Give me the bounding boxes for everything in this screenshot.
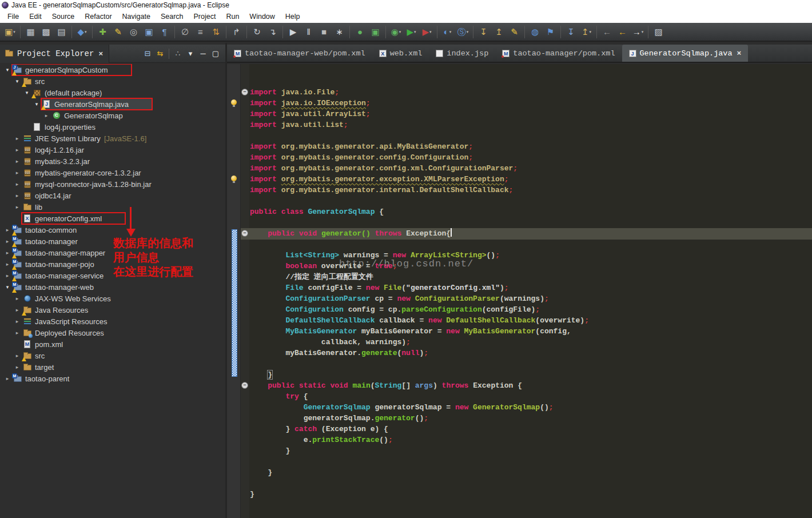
editor-tab-taotao-manager-pom-xml[interactable]: Mtaotao-manager/pom.xml <box>495 45 622 62</box>
editor-tab-taotao-manager-web-pom-xml[interactable]: Mtaotao-manager-web/pom.xml <box>227 45 372 62</box>
chevron-right-icon[interactable]: ▸ <box>3 261 11 267</box>
tree-item-jax-ws-web-services[interactable]: ▸JAX-WS Web Services <box>0 293 225 304</box>
show-whitespace-button[interactable]: ¶ <box>157 25 172 39</box>
tree-item-taotao-manager-service[interactable]: ▸Mtaotao-manager-service <box>0 270 225 281</box>
close-icon[interactable]: × <box>98 49 103 58</box>
warning-lightbulb-icon[interactable] <box>230 176 237 182</box>
chevron-right-icon[interactable]: ▸ <box>42 113 50 118</box>
run-last-tool-button[interactable]: ↱ <box>229 25 244 39</box>
save-button[interactable]: ▦ <box>23 25 38 39</box>
tree-item-default-package[interactable]: ▾(default package) <box>0 87 225 98</box>
tree-item-generatorconfig-xml[interactable]: XgeneratorConfig.xml <box>0 213 225 224</box>
menu-edit[interactable]: Edit <box>24 11 47 22</box>
chevron-right-icon[interactable]: ▸ <box>13 353 21 358</box>
tree-item-jre-system-library[interactable]: ▸JRE System Library[JavaSE-1.6] <box>0 133 225 144</box>
sort-members-button[interactable]: ⇅ <box>209 25 223 39</box>
coverage-button[interactable]: ● <box>353 25 367 39</box>
chevron-right-icon[interactable]: ▸ <box>13 170 21 176</box>
tree-item-deployed-resources[interactable]: ▸Deployed Resources <box>0 327 225 338</box>
chevron-right-icon[interactable]: ▸ <box>13 147 21 153</box>
redo-drop-button[interactable]: ↴ <box>265 25 280 39</box>
team-users-button[interactable]: ◎ <box>126 25 141 39</box>
fold-collapse-icon[interactable]: − <box>241 230 248 237</box>
tree-item-pom-xml[interactable]: Mpom.xml <box>0 338 225 350</box>
next-annotation-button[interactable]: ↧ <box>564 25 578 39</box>
menu-run[interactable]: Run <box>221 11 244 22</box>
export-button[interactable]: ↥ <box>492 25 506 39</box>
back-disabled-button[interactable]: ← <box>600 25 614 39</box>
save-all-button[interactable]: ▩ <box>39 25 53 39</box>
new-servlet-button[interactable]: ✚ <box>95 25 110 39</box>
tree-item-lib[interactable]: ▸lib <box>0 201 225 213</box>
chevron-right-icon[interactable]: ▸ <box>13 136 21 141</box>
tree-item-javascript-resources[interactable]: ▸JavaScript Resources <box>0 316 225 327</box>
annotate-button[interactable]: ✎ <box>507 25 522 39</box>
chevron-right-icon[interactable]: ▸ <box>13 158 21 164</box>
tree-item-log4j-properties[interactable]: log4j.properties <box>0 121 225 133</box>
new-wizard-button[interactable]: ▣▾ <box>3 25 17 39</box>
menu-source[interactable]: Source <box>47 11 80 22</box>
chevron-right-icon[interactable]: ▸ <box>3 227 11 233</box>
menu-search[interactable]: Search <box>156 11 189 22</box>
terminate-button[interactable]: ■ <box>317 25 331 39</box>
chevron-right-icon[interactable]: ▸ <box>13 364 21 370</box>
tree-item-java-resources[interactable]: ▸Java Resources <box>0 304 225 316</box>
menu-file[interactable]: File <box>2 11 24 22</box>
link-with-editor-button[interactable]: ⇆ <box>154 47 166 60</box>
menu-navigate[interactable]: Navigate <box>117 11 156 22</box>
tree-item-src[interactable]: ▸src <box>0 350 225 361</box>
maximize-button[interactable]: ▢ <box>209 47 222 60</box>
chevron-down-icon[interactable]: ▾ <box>33 101 41 107</box>
chevron-right-icon[interactable]: ▸ <box>13 296 21 301</box>
tree-item-taotao-manager-mapper[interactable]: ▸Mtaotao-manager-mapper <box>0 247 225 258</box>
pin-editor-button[interactable]: ▨ <box>651 25 666 39</box>
chevron-right-icon[interactable]: ▸ <box>13 318 21 324</box>
tree-item-mybatis-generator-core-1-3-2-jar[interactable]: ▸mybatis-generator-core-1.3.2.jar <box>0 167 225 178</box>
forward-button[interactable]: →▾ <box>631 25 645 39</box>
editor-tab-generatorsqlmap-java[interactable]: JGeneratorSqlmap.java× <box>622 45 749 62</box>
chevron-right-icon[interactable]: ▸ <box>3 376 11 381</box>
chevron-down-icon[interactable]: ▾ <box>3 67 11 73</box>
record-preferences-button[interactable]: ◆▾ <box>75 25 89 39</box>
warning-lightbulb-icon[interactable] <box>230 99 237 106</box>
show-selected-element-button[interactable]: ≡ <box>193 25 208 39</box>
open-task-button[interactable]: ✎ <box>111 25 125 39</box>
tree-item-mybatis-3-2-3-jar[interactable]: ▸mybatis-3.2.3.jar <box>0 156 225 167</box>
tree-item-generatorsqlmapcustom[interactable]: ▾JgeneratorSqlmapCustom <box>0 64 225 75</box>
new-web-service-button[interactable]: ◐▾ <box>440 25 455 39</box>
code-text[interactable]: import java.io.File;import java.io.IOExc… <box>250 64 589 500</box>
mark-occurrences-off-button[interactable]: ∅ <box>178 25 192 39</box>
tree-item-taotao-parent[interactable]: ▸Mtaotao-parent <box>0 373 225 384</box>
tree-item-src[interactable]: ▾src <box>0 75 225 87</box>
editor-tab-index-jsp[interactable]: index.jsp <box>429 45 495 62</box>
run-box-button[interactable]: ▣ <box>368 25 383 39</box>
import-button[interactable]: ↧ <box>476 25 491 39</box>
chevron-right-icon[interactable]: ▸ <box>13 307 21 313</box>
java-ee-service-button[interactable]: Ⓢ▾ <box>456 25 470 39</box>
tree-item-generatorsqlmap-java[interactable]: ▾JGeneratorSqlmap.java <box>0 98 225 110</box>
new-class-button[interactable]: ▣ <box>142 25 156 39</box>
tree-item-taotao-manager-pojo[interactable]: ▸Mtaotao-manager-pojo <box>0 258 225 270</box>
tree-item-taotao-manager-web[interactable]: ▾Mtaotao-manager-web <box>0 281 225 293</box>
dropdown-button[interactable]: ▾ <box>184 47 197 60</box>
chevron-right-icon[interactable]: ▸ <box>3 273 11 278</box>
code-editor[interactable]: import java.io.File;import java.io.IOExc… <box>227 64 812 518</box>
minimize-button[interactable]: ─ <box>197 47 209 60</box>
menu-project[interactable]: Project <box>189 11 221 22</box>
tree-item-ojdbc14-jar[interactable]: ▸ojdbc14.jar <box>0 190 225 201</box>
previous-annotation-button[interactable]: ↥▾ <box>579 25 594 39</box>
web-search-button[interactable]: ◍ <box>528 25 542 39</box>
chevron-right-icon[interactable]: ▸ <box>13 330 21 336</box>
chevron-right-icon[interactable]: ▸ <box>3 238 11 244</box>
resume-button[interactable]: ▶ <box>286 25 300 39</box>
user-navigate-button[interactable]: ⚑ <box>543 25 558 39</box>
last-edit-location-button[interactable]: ← <box>615 25 630 39</box>
chevron-right-icon[interactable]: ▸ <box>3 250 11 256</box>
chevron-down-icon[interactable]: ▾ <box>3 284 11 290</box>
suspend-button[interactable]: ‖ <box>301 25 316 39</box>
tree-item-target[interactable]: ▸target <box>0 361 225 373</box>
print-button[interactable]: ▤ <box>54 25 69 39</box>
project-explorer-tab[interactable]: Project Explorer × <box>0 45 109 63</box>
close-icon[interactable]: × <box>737 49 742 58</box>
editor-tab-web-xml[interactable]: Xweb.xml <box>372 45 429 62</box>
